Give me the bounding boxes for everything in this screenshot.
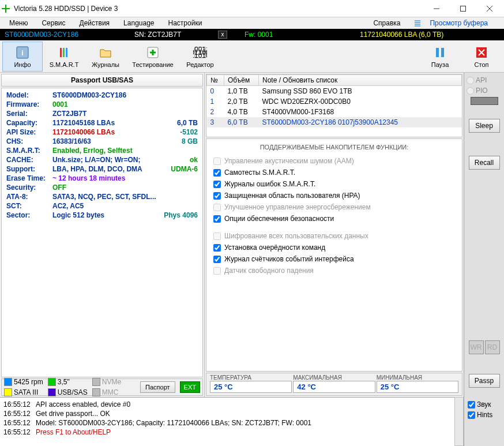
menu-actions[interactable]: Действия	[73, 18, 117, 28]
svg-rect-3	[60, 48, 62, 57]
svg-rect-12	[441, 48, 444, 57]
log-line: 16:55:12API access enabled, device #0	[3, 400, 451, 409]
status-fw: Fw: 0001	[245, 31, 360, 39]
list-icon	[414, 20, 421, 27]
col-note[interactable]: Note / Обновить список	[259, 75, 462, 86]
device-row[interactable]: 12,0 TBWDC WD20EZRX-00DC0B0	[207, 96, 462, 107]
log-line: 16:55:12Get drive passport... OK	[3, 409, 451, 418]
temp-current: 25 °C	[210, 381, 292, 393]
window-title: Victoria 5.28 HDD/SSD | Device 3	[14, 5, 423, 13]
status-model: ST6000DM003-2CY186	[5, 31, 134, 39]
maximize-button[interactable]	[450, 0, 476, 17]
status-lba: 11721040066 LBA (6,0 TB)	[360, 31, 443, 39]
titlebar: Victoria 5.28 HDD/SSD | Device 3	[0, 0, 504, 17]
device-list: № Объём Note / Обновить список 01,0 TBSa…	[206, 74, 462, 137]
features-panel: ПОДДЕРЖИВАЕМЫЕ НАКОПИТЕЛЕМ ФУНКЦИИ: Упра…	[206, 138, 462, 372]
left-panel: Passport USB/SAS Model:ST6000DM003-2CY18…	[0, 73, 205, 397]
menu-main[interactable]: Меню	[2, 18, 35, 28]
smart-icon	[57, 45, 72, 60]
mid-panel: № Объём Note / Обновить список 01,0 TBSa…	[205, 73, 464, 397]
radio-api[interactable]: API	[467, 76, 502, 84]
passport-header: Passport USB/SAS	[1, 74, 203, 87]
right-sidebar: API PIO Sleep Recall WR RD Passp	[464, 73, 504, 397]
feat-selftest[interactable]: Самотесты S.M.A.R.T.	[213, 167, 455, 178]
mode-indicator	[471, 97, 498, 105]
menu-help[interactable]: Справка	[366, 18, 407, 28]
passp-button[interactable]: Passp	[469, 374, 500, 388]
minimize-button[interactable]	[423, 0, 450, 17]
svg-rect-4	[63, 48, 65, 57]
feat-freefall: Датчик свободного падения	[213, 265, 455, 276]
status-close-icon[interactable]: x	[218, 31, 227, 39]
sleep-button[interactable]: Sleep	[469, 119, 500, 133]
tab-info[interactable]: iИнфо	[2, 42, 43, 72]
feat-encrypt: Шифрование всех пользовательских данных	[213, 230, 455, 242]
wr-button[interactable]: WR	[469, 340, 484, 354]
feat-hpa[interactable]: Защищенная область пользователя (HPA)	[213, 190, 455, 201]
svg-rect-5	[66, 48, 67, 57]
pause-icon	[432, 45, 447, 60]
menu-service[interactable]: Сервис	[35, 18, 72, 28]
plus-icon	[145, 45, 160, 60]
info-icon: i	[15, 45, 30, 60]
log-scrollbar[interactable]	[454, 397, 464, 446]
status-sn: SN: ZCT2JB7T	[134, 31, 218, 39]
recall-button[interactable]: Recall	[469, 156, 500, 170]
svg-rect-0	[461, 6, 466, 11]
feat-ifevents[interactable]: Журнал счётчиков событий интерфейса	[213, 253, 455, 265]
stop-icon	[474, 45, 489, 60]
temperature-bar: ТЕМПЕРАТУРА25 °C МАКСИМАЛЬНАЯ42 °C МИНИМ…	[206, 373, 462, 396]
menu-buffer[interactable]: Просмотр буфера	[407, 17, 502, 29]
pause-button[interactable]: Пауза	[420, 42, 460, 72]
feature-bar: 5425 rpm SATA III 3,5" USB/SAS NVMe MMC …	[1, 378, 203, 396]
tab-editor[interactable]: 100110110011010Редактор	[180, 42, 220, 72]
svg-text:11010: 11010	[193, 51, 207, 59]
tab-smart[interactable]: S.M.A.R.T	[44, 42, 84, 72]
temp-min: 25 °C	[377, 381, 458, 393]
toolbar: iИнфо S.M.A.R.T Журналы Тестирование 100…	[0, 40, 504, 73]
temp-max: 42 °C	[293, 381, 375, 393]
folder-icon	[98, 45, 113, 60]
svg-text:i: i	[21, 49, 23, 57]
sound-checkbox[interactable]: Звук	[468, 400, 501, 408]
hints-checkbox[interactable]: Hints	[468, 411, 501, 419]
ext-button[interactable]: EXT	[180, 381, 200, 393]
stop-button[interactable]: Стоп	[461, 42, 502, 72]
svg-rect-11	[436, 48, 439, 57]
binary-icon: 100110110011010	[193, 45, 208, 60]
passport-button[interactable]: Паспорт	[140, 381, 175, 393]
radio-pio[interactable]: PIO	[467, 87, 502, 95]
log-line: 16:55:12Press F1 to About/HELP	[3, 428, 451, 437]
device-row[interactable]: 01,0 TBSamsung SSD 860 EVO 1TB	[207, 86, 462, 97]
col-vol[interactable]: Объём	[224, 75, 259, 86]
menu-language[interactable]: Language	[116, 18, 161, 28]
device-row[interactable]: 24,0 TBST4000VM000-1F3168	[207, 107, 462, 117]
close-button[interactable]	[476, 0, 503, 17]
app-icon	[1, 4, 10, 13]
feat-aam: Управление акустическим шумом (AAM)	[213, 155, 455, 167]
menu-settings[interactable]: Настройки	[161, 18, 209, 28]
device-row[interactable]: 36,0 TBST6000DM003-2CY186 0107j53900A123…	[207, 117, 462, 128]
rd-button[interactable]: RD	[485, 340, 500, 354]
log-line: 16:55:12Model: ST6000DM003-2CY186; Capac…	[3, 418, 451, 428]
tab-test[interactable]: Тестирование	[127, 42, 179, 72]
menubar: Меню Сервис Действия Language Настройки …	[0, 17, 504, 29]
feat-errlog[interactable]: Журналы ошибок S.M.A.R.T.	[213, 178, 455, 190]
drive-info: Model:ST6000DM003-2CY186 Firmware:0001 S…	[1, 88, 203, 377]
feat-apm: Улучшенное управление энергосбережением	[213, 201, 455, 213]
tab-logs[interactable]: Журналы	[85, 42, 126, 72]
col-no[interactable]: №	[207, 75, 224, 86]
log-panel: 16:55:12API access enabled, device #0 16…	[0, 397, 454, 446]
feat-security[interactable]: Опции обеспечения безопасности	[213, 213, 455, 224]
feat-ncq[interactable]: Установка очерёдности команд	[213, 242, 455, 253]
status-bar: ST6000DM003-2CY186 SN: ZCT2JB7T x Fw: 00…	[0, 29, 504, 40]
